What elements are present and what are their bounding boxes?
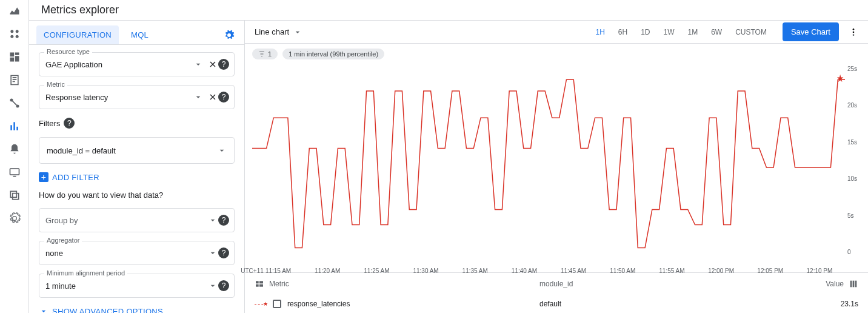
svg-point-1 [15, 30, 18, 33]
time-range-1h[interactable]: 1H [589, 24, 610, 40]
time-range-6h[interactable]: 6H [612, 24, 633, 40]
col-module: module_id [539, 280, 810, 288]
dropdown-arrow-icon[interactable] [207, 247, 218, 258]
dropdown-arrow-icon[interactable] [193, 59, 204, 70]
table-icon [255, 279, 264, 289]
aggregator-value: none [45, 249, 204, 258]
filter-count-pill[interactable]: 1 [252, 49, 278, 59]
svg-rect-9 [10, 169, 19, 175]
clear-icon[interactable] [207, 59, 218, 70]
resource-type-label: Resource type [44, 48, 92, 55]
svg-rect-23 [855, 281, 857, 288]
time-range-1m[interactable]: 1M [682, 24, 704, 40]
svg-point-15 [853, 34, 855, 36]
help-icon[interactable]: ? [218, 92, 229, 103]
tab-configuration[interactable]: CONFIGURATION [36, 25, 119, 44]
svg-point-13 [853, 29, 855, 30]
svg-rect-20 [259, 284, 263, 287]
help-icon[interactable]: ? [218, 247, 229, 258]
svg-text:★: ★ [836, 72, 844, 84]
col-value: Value [826, 280, 844, 288]
series-name: response_latencies [287, 300, 350, 308]
svg-rect-7 [13, 122, 15, 130]
filter-icon [258, 50, 265, 58]
uptime-icon[interactable] [8, 166, 21, 178]
dropdown-arrow-icon[interactable] [193, 92, 204, 103]
save-chart-button[interactable]: Save Chart [783, 22, 839, 41]
svg-rect-12 [12, 194, 18, 200]
svg-rect-17 [256, 281, 259, 283]
filters-label: Filters ? [39, 118, 235, 129]
filter-value: module_id = default [47, 146, 217, 155]
time-range-1d[interactable]: 1D [635, 24, 656, 40]
alignment-field[interactable]: Minimum alignment period 1 minute ? [39, 274, 235, 298]
help-icon[interactable]: ? [218, 59, 229, 70]
time-range-6w[interactable]: 6W [705, 24, 728, 40]
settings-icon[interactable] [8, 212, 21, 224]
help-icon[interactable]: ? [218, 215, 229, 226]
dropdown-arrow-icon[interactable] [207, 280, 218, 291]
aggregator-field[interactable]: Aggregator none ? [39, 241, 235, 265]
show-advanced-options[interactable]: SHOW ADVANCED OPTIONS [39, 306, 235, 313]
legend-row[interactable]: response_latencies default 23.1s [245, 295, 868, 313]
alignment-label: Minimum alignment period [44, 269, 127, 277]
svg-rect-21 [850, 281, 852, 288]
help-icon[interactable]: ? [64, 118, 75, 129]
tab-mql[interactable]: MQL [124, 25, 156, 44]
line-chart: ★ [252, 64, 845, 255]
chart-type-selector[interactable]: Line chart [252, 27, 305, 37]
time-range-custom[interactable]: CUSTOM [729, 24, 773, 40]
svg-point-3 [15, 35, 18, 38]
resource-type-field[interactable]: Resource type GAE Application ? [39, 52, 235, 76]
chart-area: ★ 25s20s15s10s5s0 UTC+1111:15 AM11:20 AM… [245, 64, 868, 272]
metric-field[interactable]: Metric Response latency ? [39, 85, 235, 109]
clear-icon[interactable] [207, 92, 218, 103]
page-title: Metrics explorer [41, 4, 119, 16]
aggregator-label: Aggregator [44, 237, 82, 244]
svg-rect-10 [13, 176, 16, 177]
svg-rect-6 [10, 125, 12, 130]
interval-pill[interactable]: 1 min interval (99th percentile) [282, 49, 384, 59]
svg-rect-18 [259, 281, 263, 283]
chevron-down-icon [217, 146, 227, 155]
resource-type-value: GAE Application [45, 60, 189, 69]
time-range-1w[interactable]: 1W [658, 24, 681, 40]
more-menu-icon[interactable] [846, 25, 861, 39]
groups-icon[interactable] [8, 189, 21, 201]
overview-icon[interactable] [8, 28, 21, 40]
svg-rect-22 [853, 281, 855, 288]
metric-value: Response latency [45, 93, 189, 102]
metric-label: Metric [44, 81, 67, 88]
series-checkbox[interactable] [273, 300, 281, 308]
svg-point-14 [853, 31, 855, 33]
help-icon[interactable]: ? [218, 280, 229, 291]
series-module: default [539, 300, 810, 308]
monitoring-icon[interactable] [8, 5, 21, 17]
alignment-value: 1 minute [45, 281, 204, 291]
dropdown-arrow-icon[interactable] [207, 215, 218, 226]
trace-icon[interactable] [8, 97, 21, 109]
group-by-value: Group by [45, 216, 204, 225]
config-panel: CONFIGURATION MQL Resource type GAE Appl… [29, 21, 245, 313]
svg-point-0 [10, 30, 13, 33]
chevron-down-icon [39, 306, 48, 313]
dashboards-icon[interactable] [8, 51, 21, 63]
page-title-bar: Metrics explorer [29, 0, 868, 21]
config-gear-icon[interactable] [224, 30, 235, 41]
alerting-icon[interactable] [8, 143, 21, 155]
chart-panel: Line chart 1H6H1D1W1M6WCUSTOM Save Chart… [245, 21, 868, 313]
metrics-explorer-icon[interactable] [8, 120, 21, 132]
add-filter-button[interactable]: + ADD FILTER [39, 172, 235, 182]
filter-item[interactable]: module_id = default [39, 137, 235, 164]
series-marker-icon [255, 304, 267, 305]
left-nav-rail [0, 0, 29, 313]
time-range-selector: 1H6H1D1W1M6WCUSTOM [589, 24, 772, 40]
svg-point-2 [10, 35, 13, 38]
group-by-field[interactable]: Group by ? [39, 208, 235, 232]
series-value: 23.1s [810, 300, 858, 308]
columns-icon[interactable] [849, 279, 858, 289]
col-metric: Metric [269, 280, 289, 288]
view-question: How do you want to view that data? [39, 190, 235, 200]
y-axis-labels: 25s20s15s10s5s0 [847, 64, 866, 255]
reports-icon[interactable] [8, 74, 21, 86]
